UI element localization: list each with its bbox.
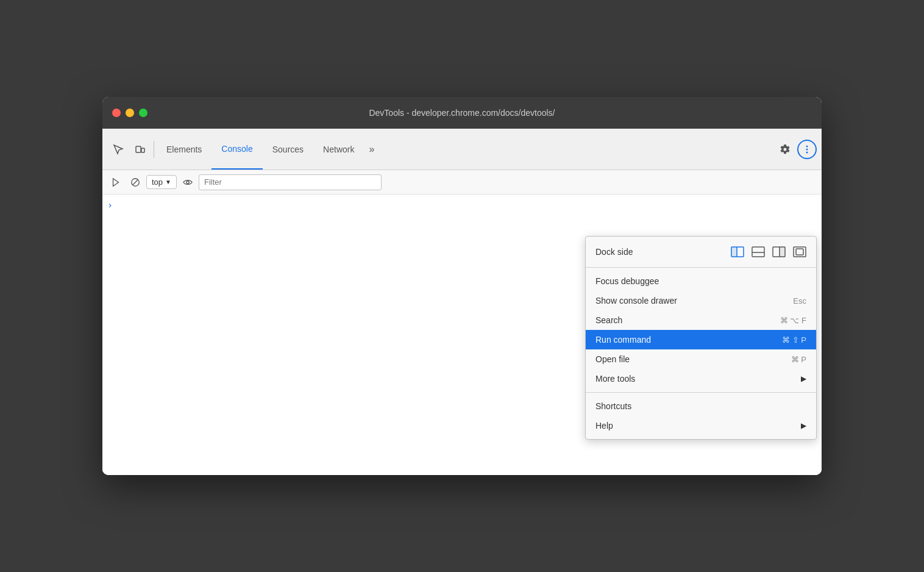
svg-rect-1	[141, 148, 144, 152]
context-dropdown[interactable]: top ▼	[146, 175, 177, 189]
open-file-shortcut: ⌘ P	[791, 355, 806, 364]
close-button[interactable]	[112, 109, 121, 117]
more-tools-item[interactable]: More tools ▶	[586, 369, 816, 388]
tabs-right-actions	[775, 140, 817, 159]
devtools-window: DevTools - developer.chrome.com/docs/dev…	[102, 97, 822, 475]
svg-rect-12	[752, 247, 764, 257]
open-file-item[interactable]: Open file ⌘ P	[586, 349, 816, 369]
titlebar: DevTools - developer.chrome.com/docs/dev…	[102, 97, 822, 129]
dock-side-section: Dock side	[586, 237, 816, 268]
undock-button[interactable]	[793, 245, 806, 259]
clear-console-button[interactable]	[107, 174, 124, 191]
device-toggle-button[interactable]	[129, 138, 151, 160]
tab-network[interactable]: Network	[313, 129, 364, 170]
svg-rect-0	[136, 146, 141, 152]
svg-point-2	[806, 145, 808, 147]
show-console-drawer-shortcut: Esc	[793, 296, 806, 306]
show-console-drawer-item[interactable]: Show console drawer Esc	[586, 291, 816, 310]
tab-separator	[154, 141, 154, 158]
run-command-item[interactable]: Run command ⌘ ⇧ P	[586, 330, 816, 349]
settings-button[interactable]	[775, 140, 795, 159]
traffic-lights	[112, 109, 147, 117]
window-title: DevTools - developer.chrome.com/docs/dev…	[369, 108, 555, 118]
dock-bottom-button[interactable]	[752, 245, 765, 259]
help-item[interactable]: Help ▶	[586, 416, 816, 435]
console-prompt: ›	[107, 201, 113, 211]
maximize-button[interactable]	[139, 109, 147, 117]
svg-point-8	[187, 181, 189, 183]
dock-left-button[interactable]	[731, 245, 744, 259]
customize-menu: Dock side	[585, 236, 817, 440]
focus-debuggee-item[interactable]: Focus debuggee	[586, 271, 816, 291]
dock-side-label: Dock side	[595, 247, 633, 257]
svg-point-3	[806, 148, 808, 150]
svg-line-7	[133, 179, 138, 185]
block-button[interactable]	[127, 174, 144, 191]
devtools-panel: Elements Console Sources Network »	[102, 129, 822, 475]
customize-devtools-button[interactable]	[797, 140, 817, 159]
svg-rect-10	[731, 247, 737, 257]
run-command-shortcut: ⌘ ⇧ P	[782, 335, 806, 345]
search-item[interactable]: Search ⌘ ⌥ F	[586, 310, 816, 330]
dock-right-button[interactable]	[772, 245, 786, 259]
shortcuts-item[interactable]: Shortcuts	[586, 396, 816, 416]
tab-sources[interactable]: Sources	[263, 129, 313, 170]
menu-section-2: Shortcuts Help ▶	[586, 393, 816, 439]
more-tools-arrow-icon: ▶	[801, 374, 806, 383]
chevron-down-icon: ▼	[165, 179, 171, 185]
filter-input[interactable]	[199, 174, 382, 190]
tabs-bar: Elements Console Sources Network »	[102, 129, 822, 170]
svg-point-4	[806, 151, 808, 153]
svg-rect-18	[796, 249, 803, 255]
search-shortcut: ⌘ ⌥ F	[780, 316, 806, 325]
dock-side-row: Dock side	[586, 240, 816, 263]
minimize-button[interactable]	[126, 109, 134, 117]
tab-elements[interactable]: Elements	[157, 129, 211, 170]
svg-marker-5	[113, 178, 119, 185]
svg-rect-15	[780, 247, 785, 257]
menu-section-1: Focus debuggee Show console drawer Esc S…	[586, 268, 816, 393]
help-arrow-icon: ▶	[801, 421, 806, 430]
console-toolbar: top ▼	[102, 170, 822, 195]
more-tabs-button[interactable]: »	[364, 138, 379, 160]
inspect-element-button[interactable]	[107, 138, 129, 160]
tab-console[interactable]: Console	[211, 129, 262, 170]
live-expression-button[interactable]	[179, 174, 196, 191]
